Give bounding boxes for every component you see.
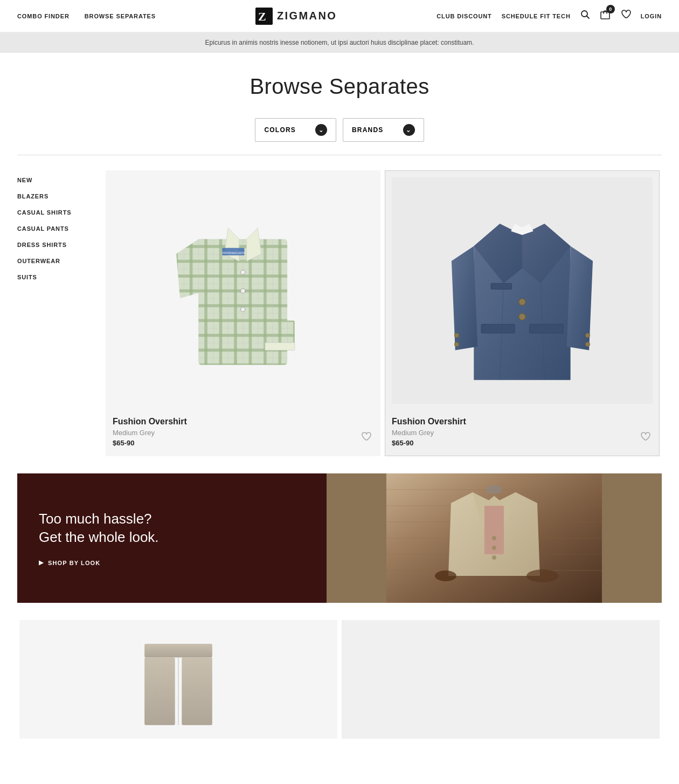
brands-filter-label: BRANDS	[352, 126, 384, 134]
svg-point-41	[492, 536, 496, 540]
promo-headline-line1: Too much hassle?	[39, 511, 152, 527]
product-card-1: FRANK&EILEEN Fushion Overshirt Medium Gr…	[106, 170, 380, 456]
svg-point-18	[241, 270, 245, 274]
product-grid: FRANK&EILEEN Fushion Overshirt Medium Gr…	[103, 168, 662, 458]
announcement-text: Epicurus in animis nostris inesse notion…	[205, 39, 474, 46]
sidebar-item-new[interactable]: NEW	[17, 177, 103, 183]
svg-rect-25	[491, 283, 512, 289]
wishlist-icon[interactable]	[620, 9, 631, 23]
product-image-2[interactable]	[392, 177, 653, 404]
svg-point-39	[486, 485, 502, 494]
navbar: COMBO FINDER BROWSE SEPARATES Z ZIGMANO …	[0, 0, 679, 32]
product-image-1[interactable]: FRANK&EILEEN	[113, 177, 373, 404]
svg-point-29	[454, 342, 459, 346]
colors-chevron-icon: ⌄	[315, 124, 327, 136]
logo[interactable]: Z ZIGMANO	[255, 8, 337, 25]
colors-filter-button[interactable]: COLORS ⌄	[255, 118, 336, 142]
product-color-2: Medium Grey	[392, 429, 653, 437]
brands-chevron-icon: ⌄	[403, 124, 415, 136]
svg-point-45	[435, 570, 456, 581]
promo-text-side: Too much hassle? Get the whole look. ▶ S…	[17, 473, 327, 603]
nav-left-links: COMBO FINDER BROWSE SEPARATES	[17, 13, 156, 19]
svg-rect-48	[182, 657, 212, 725]
svg-marker-15	[176, 239, 206, 298]
product-price-2: $65-90	[392, 439, 653, 447]
nav-club-discount[interactable]: CLUB DISCOUNT	[436, 13, 492, 19]
svg-point-20	[241, 307, 245, 311]
nav-login[interactable]: LOGIN	[641, 13, 662, 19]
svg-text:Z: Z	[258, 10, 267, 23]
colors-filter-label: COLORS	[264, 126, 296, 134]
promo-headline-line2: Get the whole look.	[39, 529, 159, 545]
promo-headline: Too much hassle? Get the whole look.	[39, 510, 305, 547]
nav-browse-separates[interactable]: BROWSE SEPARATES	[85, 13, 156, 19]
svg-point-19	[241, 288, 245, 293]
product-card-2: Fushion Overshirt Medium Grey $65-90	[385, 170, 660, 456]
promo-image-side	[327, 473, 662, 603]
cta-arrow-icon: ▶	[39, 559, 44, 566]
svg-line-3	[586, 16, 589, 19]
svg-text:FRANK&EILEEN: FRANK&EILEEN	[222, 251, 245, 254]
brands-filter-button[interactable]: BRANDS ⌄	[343, 118, 424, 142]
svg-rect-47	[144, 657, 175, 725]
page-title: Browse Separates	[17, 74, 662, 99]
bottom-product-card-1[interactable]	[19, 620, 337, 739]
svg-point-44	[526, 569, 559, 582]
bottom-product-card-2[interactable]	[342, 620, 660, 739]
sidebar-item-suits[interactable]: SUITS	[17, 274, 103, 280]
svg-rect-24	[530, 324, 563, 333]
svg-rect-46	[144, 644, 212, 657]
svg-point-42	[492, 546, 496, 550]
main-content: NEW BLAZERS CASUAL SHIRTS CASUAL PANTS D…	[0, 155, 679, 458]
announcement-bar: Epicurus in animis nostris inesse notion…	[0, 32, 679, 53]
product-info-2: Fushion Overshirt Medium Grey $65-90	[392, 412, 653, 449]
search-icon[interactable]	[580, 10, 590, 22]
page-title-section: Browse Separates	[0, 53, 679, 109]
bottom-products	[17, 618, 662, 741]
nav-combo-finder[interactable]: COMBO FINDER	[17, 13, 70, 19]
svg-point-31	[585, 342, 590, 346]
svg-point-28	[454, 333, 459, 338]
filters-bar: COLORS ⌄ BRANDS ⌄	[0, 109, 679, 155]
wishlist-button-2[interactable]	[640, 431, 650, 445]
cta-label: SHOP BY LOOK	[48, 560, 100, 566]
product-name-1: Fushion Overshirt	[113, 417, 373, 427]
wishlist-button-1[interactable]	[361, 431, 371, 445]
product-name-2: Fushion Overshirt	[392, 417, 653, 427]
nav-right-links: CLUB DISCOUNT SCHEDULE FIT TECH 0 LOGIN	[436, 9, 662, 23]
sidebar: NEW BLAZERS CASUAL SHIRTS CASUAL PANTS D…	[17, 168, 103, 458]
product-info-1: Fushion Overshirt Medium Grey $65-90	[113, 412, 373, 449]
cart-badge: 0	[606, 5, 615, 13]
shop-by-look-cta[interactable]: ▶ SHOP BY LOOK	[39, 559, 305, 566]
product-price-1: $65-90	[113, 439, 373, 447]
sidebar-item-blazers[interactable]: BLAZERS	[17, 193, 103, 200]
sidebar-item-dress-shirts[interactable]: DRESS SHIRTS	[17, 242, 103, 248]
product-color-1: Medium Grey	[113, 429, 373, 437]
logo-icon: Z	[255, 8, 273, 25]
logo-text: ZIGMANO	[277, 10, 337, 22]
svg-point-30	[585, 333, 590, 338]
svg-point-26	[519, 298, 525, 305]
sidebar-item-casual-shirts[interactable]: CASUAL SHIRTS	[17, 209, 103, 216]
svg-rect-17	[265, 342, 295, 350]
sidebar-item-outerwear[interactable]: OUTERWEAR	[17, 258, 103, 264]
cart-icon[interactable]: 0	[600, 9, 611, 23]
promo-banner: Too much hassle? Get the whole look. ▶ S…	[17, 473, 662, 603]
svg-point-27	[519, 313, 525, 320]
svg-rect-23	[481, 324, 515, 333]
sidebar-item-casual-pants[interactable]: CASUAL PANTS	[17, 225, 103, 232]
nav-schedule-fit-tech[interactable]: SCHEDULE FIT TECH	[502, 13, 571, 19]
svg-point-43	[492, 555, 496, 560]
